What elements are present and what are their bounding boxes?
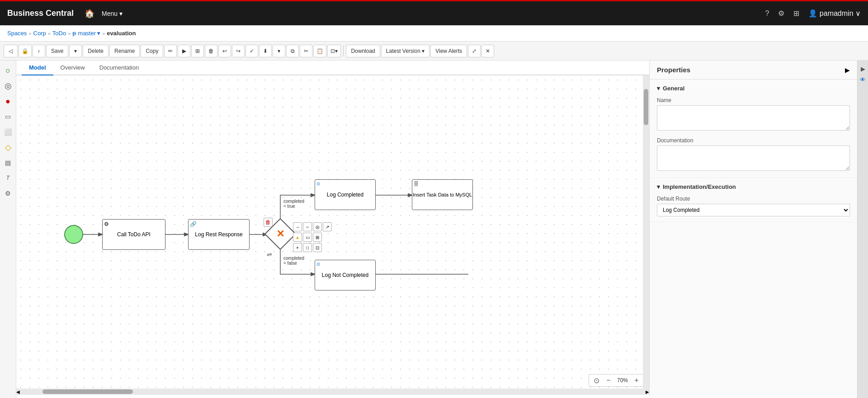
ctx-task[interactable]: ▭ [303, 233, 312, 242]
user-menu[interactable]: 👤 pamadmin ∨ [808, 9, 861, 18]
home-icon[interactable]: 🏠 [85, 9, 94, 19]
copy2-icon[interactable]: ⧉ [286, 45, 299, 57]
check-icon[interactable]: ✓ [245, 45, 258, 57]
zoom-out-btn[interactable]: − [604, 375, 613, 385]
app-title: Business Central [7, 9, 74, 18]
ctx-sq2[interactable]: ⊡ [313, 243, 322, 252]
tab-overview[interactable]: Overview [53, 61, 92, 75]
zoom-reset-btn[interactable]: ⊙ [592, 375, 602, 385]
ctx-plus[interactable]: + [293, 243, 302, 252]
name-input[interactable] [657, 105, 850, 131]
menu-button[interactable]: Menu ▾ [98, 8, 126, 19]
edge-expand-btn[interactable]: ▶ [859, 64, 868, 73]
connect-icon[interactable]: ⇌ [267, 251, 272, 258]
sidebar-intermediate-icon[interactable]: ◎ [2, 80, 14, 92]
panel-expand-btn[interactable]: ▶ [845, 66, 850, 74]
hscroll-left[interactable]: ◀ [16, 389, 20, 394]
delete2-icon[interactable]: 🗑 [205, 45, 217, 57]
general-section: ▾ General Name Documentation [650, 80, 857, 178]
impl-section-header[interactable]: ▾ Implementation/Execution [657, 183, 850, 190]
breadcrumb: Spaces » Corp » ToDo » ᵽ master ▾ » eval… [0, 25, 868, 42]
vertical-scrollbar[interactable] [643, 75, 649, 389]
download-arrow[interactable]: ⬇ [259, 45, 272, 57]
play-icon[interactable]: ▶ [178, 45, 190, 57]
download-button[interactable]: Download [346, 45, 380, 57]
breadcrumb-corp[interactable]: Corp [33, 30, 46, 37]
node-log-rest-label: Log Rest Response [195, 231, 242, 238]
paste-icon[interactable]: 📋 [313, 45, 326, 57]
default-route-label: Default Route [657, 196, 850, 202]
sidebar-gateway-icon[interactable]: ◇ [2, 141, 14, 154]
rename-button[interactable]: Rename [109, 45, 140, 57]
edge-label-completed-true: completed= true [282, 198, 306, 209]
ctx-warn[interactable]: ▲ [293, 233, 302, 242]
tab-documentation[interactable]: Documentation [92, 61, 146, 75]
sidebar-gear-icon[interactable]: ⚙ [2, 187, 14, 200]
task-icon-call-todo: ⚙ [104, 221, 109, 227]
branch-selector[interactable]: ᵽ master ▾ [72, 30, 100, 37]
float-delete-btn[interactable]: 🗑 [264, 218, 273, 227]
sidebar-task-icon[interactable]: ▭ [2, 110, 14, 123]
task-icon-insert: 🗄 [414, 181, 419, 187]
ctx-link[interactable]: ↗ [323, 222, 332, 231]
general-section-header[interactable]: ▾ General [657, 85, 850, 92]
copy-button[interactable]: Copy [141, 45, 163, 57]
node-start[interactable] [64, 225, 83, 244]
node-log-not-completed[interactable]: ⊙ Log Not Completed [315, 260, 376, 290]
branch-chevron: ▾ [97, 30, 100, 37]
sep1: » [28, 31, 31, 36]
horizontal-scrollbar[interactable]: ◀ ▶ [16, 389, 649, 395]
app-brand: Business Central [7, 9, 74, 18]
save-button[interactable]: Save [46, 45, 68, 57]
store-icon[interactable]: ⊞ [793, 9, 799, 18]
breadcrumb-spaces[interactable]: Spaces [7, 30, 27, 37]
grid-icon[interactable]: ⊞ [191, 45, 204, 57]
node-log-rest[interactable]: 🔗 Log Rest Response [188, 219, 250, 250]
node-call-todo[interactable]: ⚙ Call ToDo API [102, 219, 165, 250]
sidebar-annotation-icon[interactable]: T [2, 172, 14, 184]
tab-model[interactable]: Model [22, 61, 53, 75]
view-alerts-button[interactable]: View Alerts [430, 45, 467, 57]
default-route-select[interactable]: Log Completed Log Not Completed [657, 204, 850, 216]
ctx-sq[interactable]: □ [303, 243, 312, 252]
impl-collapse-icon: ▾ [657, 183, 660, 190]
hscroll-thumb[interactable] [42, 389, 133, 394]
hscroll-right[interactable]: ▶ [646, 389, 649, 394]
back-icon[interactable]: ‹ [33, 45, 45, 57]
close-icon[interactable]: ✕ [481, 45, 494, 57]
ctx-circle2[interactable]: ◎ [313, 222, 322, 231]
canvas[interactable]: ⚙ Call ToDo API 🔗 Log Rest Response ✕ ⊙ … [16, 75, 649, 395]
save-dropdown[interactable]: ▾ [69, 45, 82, 57]
tabs: Model Overview Documentation [16, 61, 649, 75]
view-dropdown[interactable]: ⊡▾ [327, 45, 341, 57]
sidebar-data-icon[interactable]: ▤ [2, 156, 14, 169]
node-insert-task[interactable]: 🗄 Insert Task Data to MySQL [412, 179, 473, 210]
download-dropdown[interactable]: ▾ [273, 45, 285, 57]
breadcrumb-todo[interactable]: ToDo [52, 30, 66, 37]
sidebar-end-icon[interactable]: ● [2, 95, 14, 108]
redo-icon[interactable]: ↪ [232, 45, 245, 57]
toolbar: ◁ 🔒 ‹ Save ▾ Delete Rename Copy ✏ ▶ ⊞ 🗑 … [0, 42, 868, 61]
node-log-completed[interactable]: ⊙ Log Completed [315, 179, 376, 210]
expand-icon[interactable]: ⤢ [468, 45, 481, 57]
sidebar-start-icon[interactable]: ○ [2, 64, 14, 77]
help-icon[interactable]: ? [765, 9, 769, 18]
documentation-input[interactable] [657, 145, 850, 171]
ctx-arrow[interactable]: → [293, 222, 302, 231]
settings-icon[interactable]: ⚙ [778, 9, 784, 18]
sidebar-toggle-btn[interactable]: ◁ [4, 45, 18, 57]
scissors-icon[interactable]: ✂ [300, 45, 312, 57]
latest-version-button[interactable]: Latest Version ▾ [381, 45, 429, 57]
name-label: Name [657, 97, 850, 103]
delete-button[interactable]: Delete [83, 45, 108, 57]
left-sidebar: ○ ◎ ● ▭ ⬜ ◇ ▤ T ⚙ [0, 61, 16, 398]
undo-icon[interactable]: ↩ [218, 45, 231, 57]
zoom-level: 70% [615, 377, 630, 384]
zoom-in-btn[interactable]: + [632, 375, 642, 385]
edit-icon[interactable]: ✏ [164, 45, 177, 57]
edge-eye-icon[interactable]: 👁 [859, 75, 868, 84]
ctx-circle[interactable]: ○ [303, 222, 312, 231]
lock-icon[interactable]: 🔒 [19, 45, 32, 57]
ctx-task2[interactable]: ⊞ [313, 233, 322, 242]
sidebar-subprocess-icon[interactable]: ⬜ [2, 126, 14, 138]
